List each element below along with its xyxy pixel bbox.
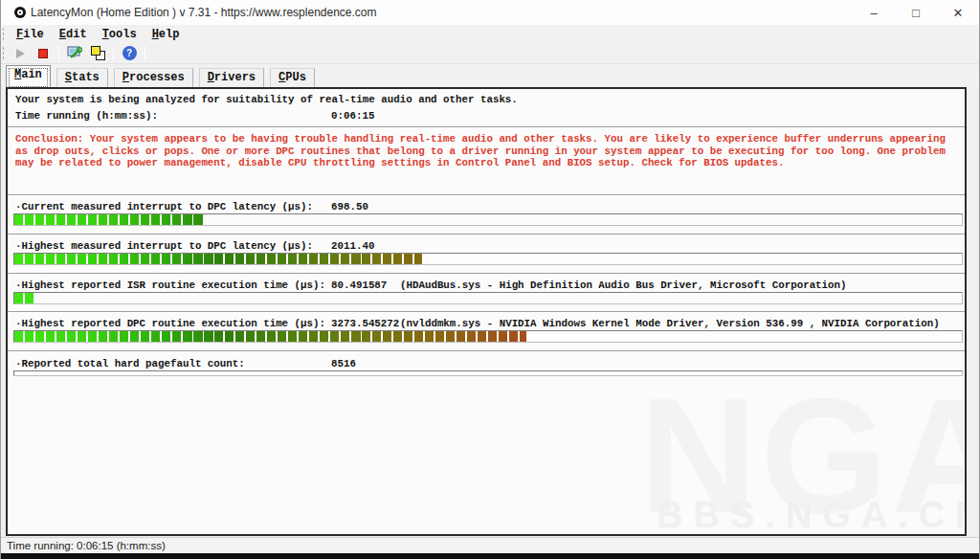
toolbar-separator: [113, 46, 114, 61]
separator: [8, 273, 965, 275]
tab-focus-rect: [9, 68, 48, 87]
latency-bar-track: [13, 213, 963, 226]
window-controls: – □ ✕: [853, 0, 979, 25]
stop-icon: [38, 49, 48, 58]
tab-main[interactable]: Main: [6, 65, 51, 87]
copy-pages-icon: [90, 46, 105, 60]
measurement-label: ·Highest measured interrupt to DPC laten…: [15, 240, 313, 253]
toolbar-separator: [145, 46, 145, 61]
conclusion-text: Conclusion: Your system appears to be ha…: [15, 133, 960, 169]
window-bottom-edge: [1, 553, 979, 559]
latency-bar-track: [13, 330, 963, 343]
help-icon: ?: [122, 46, 137, 60]
measurement-value: 2011.40: [331, 240, 374, 252]
latency-bar-segments: [14, 293, 962, 303]
analysis-status-text: Your system is being analyzed for suitab…: [15, 94, 518, 105]
toolbar: ?: [1, 43, 979, 64]
app-icon: [14, 7, 26, 18]
latency-bar-segments: [14, 254, 962, 264]
measurement-label: ·Reported total hard pagefault count:: [15, 358, 245, 370]
time-running-label: Time running (h:mm:ss):: [15, 110, 158, 122]
latency-bar-track: [13, 370, 963, 376]
play-icon: [16, 49, 25, 58]
time-running-value: 0:06:15: [331, 110, 374, 122]
maximize-icon[interactable]: □: [895, 0, 937, 25]
driver-info: (nvlddmkm.sys - NVIDIA Windows Kernel Mo…: [400, 318, 940, 329]
menu-bar: File Edit Tools Help: [1, 25, 979, 43]
measurement-label: ·Highest reported DPC routine execution …: [15, 318, 325, 330]
help-button[interactable]: ?: [118, 44, 141, 63]
latencymon-window: LatencyMon (Home Edition ) v 7.31 - http…: [0, 0, 980, 559]
separator: [8, 126, 965, 128]
title-bar: LatencyMon (Home Edition ) v 7.31 - http…: [1, 0, 979, 25]
separator: [8, 311, 965, 313]
stop-monitor-button[interactable]: [32, 44, 55, 63]
measurement-label: ·Highest reported ISR routine execution …: [15, 280, 325, 292]
report-button[interactable]: [86, 44, 109, 63]
tab-processes[interactable]: Processes: [114, 68, 193, 87]
status-bar: Time running: 0:06:15 (h:mm:ss): [1, 537, 979, 553]
measurement-value: 698.50: [331, 201, 368, 212]
tab-cpus[interactable]: CPUs: [270, 68, 315, 87]
close-icon[interactable]: ✕: [937, 0, 979, 25]
latency-bar-segments: [14, 214, 962, 225]
menu-edit[interactable]: Edit: [52, 27, 95, 42]
main-panel: NGA BBS.NGA.CN Your system is being anal…: [6, 87, 967, 536]
menu-help[interactable]: Help: [145, 27, 188, 42]
options-button[interactable]: [63, 44, 86, 63]
measurement-value: 3273.545272: [331, 318, 399, 329]
minimize-icon[interactable]: –: [853, 0, 895, 25]
toolbar-separator: [58, 46, 59, 61]
toolbar-gripper: [3, 47, 5, 59]
measurement-label: ·Current measured interrupt to DPC laten…: [15, 201, 313, 213]
driver-info: (HDAudBus.sys - High Definition Audio Bu…: [400, 280, 847, 291]
menu-file[interactable]: File: [9, 27, 52, 42]
start-monitor-button[interactable]: [9, 44, 32, 63]
tab-stats[interactable]: Stats: [56, 68, 108, 87]
measurement-value: 80.491587: [331, 280, 387, 291]
separator: [8, 194, 965, 196]
status-text: Time running: 0:06:15 (h:mm:ss): [7, 540, 166, 551]
monitor-analyze-icon: [67, 45, 83, 61]
tab-strip: Main Stats Processes Drivers CPUs: [1, 64, 979, 87]
main-content: Your system is being analyzed for suitab…: [8, 89, 965, 534]
window-title: LatencyMon (Home Edition ) v 7.31 - http…: [31, 6, 377, 19]
latency-bar-track: [13, 253, 963, 265]
latency-bar-track: [13, 292, 963, 304]
latency-bar-segments: [14, 331, 962, 342]
measurement-value: 8516: [331, 358, 356, 369]
latency-bar-segments: [14, 371, 962, 375]
menu-gripper: [3, 28, 5, 40]
separator: [8, 234, 965, 235]
separator: [8, 350, 965, 352]
time-running-row: Time running (h:mm:ss): 0:06:15: [8, 110, 965, 123]
tab-drivers[interactable]: Drivers: [199, 68, 264, 87]
menu-tools[interactable]: Tools: [95, 27, 145, 42]
